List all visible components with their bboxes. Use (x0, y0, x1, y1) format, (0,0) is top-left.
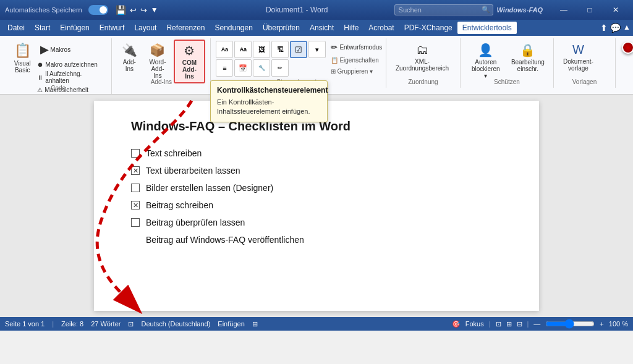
controls-row2: ≡ 📅 🔧 ✏ (216, 59, 326, 77)
autosave-label: Automatisches Speichern (5, 6, 82, 14)
menu-entwurf[interactable]: Entwurf (95, 22, 130, 34)
ribbon-actions: ⬆ 💬 ▲ (600, 23, 631, 33)
text-ctrl-btn[interactable]: Aa (216, 41, 233, 58)
menu-datei[interactable]: Datei (2, 22, 30, 34)
zoom-slider[interactable] (545, 319, 595, 329)
date-ctrl-btn[interactable]: 📅 (234, 59, 252, 77)
addins-button[interactable]: 🔌 Add-Ins (117, 40, 142, 75)
menu-layout[interactable]: Layout (129, 22, 161, 34)
pencil-icon: ✏ (331, 43, 338, 52)
menu-einfuegen[interactable]: Einfügen (55, 22, 94, 34)
menu-acrobat[interactable]: Acrobat (363, 22, 399, 34)
comment-icon[interactable]: 💬 (610, 23, 621, 33)
menu-ueberpruefen[interactable]: Überprüfen (258, 22, 305, 34)
text2-ctrl-btn[interactable]: Aa (234, 41, 252, 58)
document-title: Dokument1 - Word (200, 6, 394, 14)
record-macro-button[interactable]: ⏺ Makro aufzeichnen (36, 61, 106, 69)
menu-referenzen[interactable]: Referenzen (161, 22, 210, 34)
properties-button[interactable]: 📋 Eigenschaften (328, 56, 384, 65)
status-divider2: | (489, 320, 491, 328)
record-icon: ⏺ (37, 61, 43, 68)
controls-buttons: Aa Aa 🖼 🏗 ☑ ▾ ≡ 📅 🔧 ✏ (216, 41, 326, 77)
mapping-group-label: Zuordnung (386, 77, 460, 85)
list-item: Bilder erstellen lassen (Designer) (131, 183, 502, 193)
view-normal-icon[interactable]: ⊡ (496, 320, 501, 328)
checkbox-ctrl-btn[interactable]: ☑ (290, 41, 307, 58)
list-item: ✕ Beitrag schreiben (131, 200, 502, 210)
focus-icon: 🎯 (452, 320, 461, 328)
window-controls: — □ ✕ (551, 0, 628, 20)
img-ctrl-btn[interactable]: 🖼 (253, 41, 270, 58)
menu-start[interactable]: Start (30, 22, 55, 34)
grouping-button[interactable]: ⊞ Gruppieren ▾ (328, 67, 384, 76)
search-input[interactable] (394, 4, 493, 15)
list-item: ✕ Text überarbeiten lassen (131, 166, 502, 176)
checkbox-1[interactable] (131, 149, 140, 158)
authors-icon: 👤 (478, 43, 493, 57)
props-icon: 📋 (331, 57, 338, 64)
list-ctrl-btn[interactable]: ≡ (216, 59, 233, 77)
makros-button[interactable]: ▶ Makros (36, 40, 106, 59)
menu-hilfe[interactable]: Hilfe (339, 22, 363, 34)
list-item: Beitrag überprüfen lassen (131, 218, 502, 227)
autosave-toggle[interactable] (88, 5, 108, 15)
maximize-button[interactable]: □ (577, 0, 602, 20)
collapse-ribbon-icon[interactable]: ▲ (623, 23, 631, 33)
cursor-area (616, 38, 628, 51)
document-template-button[interactable]: W Dokument-vorlage (559, 40, 598, 75)
zoom-level: 100 % (609, 320, 628, 328)
redo-icon[interactable]: ↪ (140, 6, 147, 15)
close-button[interactable]: ✕ (603, 0, 628, 20)
checkbox-2[interactable]: ✕ (131, 166, 140, 175)
row-info: Zeile: 8 (61, 320, 83, 328)
img2-ctrl-btn[interactable]: 🏗 (271, 41, 289, 58)
undo-icon[interactable]: ↩ (130, 6, 137, 15)
customize-icon[interactable]: ▼ (151, 6, 158, 14)
menu-sendungen[interactable]: Sendungen (210, 22, 258, 34)
addins-group-label: Add-Ins (112, 77, 210, 85)
list-item: Text schreiben (131, 148, 502, 158)
view-web-icon[interactable]: ⊟ (517, 320, 522, 328)
menu-entwicklertools[interactable]: Entwicklertools (457, 22, 517, 34)
status-bar: Seite 1 von 1 | Zeile: 8 27 Wörter ⊡ Deu… (0, 317, 633, 331)
tooltip-popup: Kontrollkästchensteuerelement Ein Kontro… (210, 80, 328, 122)
menu-ansicht[interactable]: Ansicht (305, 22, 339, 34)
watermark-label: Windows-FAQ (497, 6, 543, 14)
menu-pdfxchange[interactable]: PDF-XChange (399, 22, 457, 34)
share-icon[interactable]: ⬆ (600, 23, 608, 33)
tooltip-description: Ein Kontrollkästen-Inhaltssteuerelement … (217, 98, 321, 117)
view-print-icon[interactable]: ⊞ (506, 320, 512, 328)
code-group-label: Code (5, 83, 111, 91)
save-icon[interactable]: 💾 (116, 5, 126, 15)
legacy-ctrl-btn[interactable]: 🔧 (253, 59, 270, 77)
focus-label[interactable]: Fokus (465, 320, 484, 328)
xml-mapping-button[interactable]: 🗂 XML-Zuordnungsbereich (391, 40, 453, 75)
word-addins-button[interactable]: 📦 Word-Add-Ins (143, 40, 172, 82)
addins-icon: 🔌 (122, 43, 137, 57)
block-authors-button[interactable]: 👤 Autorenblockieren ▾ (465, 40, 506, 82)
list-item: Beitrag auf Windows-FAQ veröffentlichen (131, 235, 502, 245)
edit-mode[interactable]: Einfügen (218, 320, 244, 328)
com-addins-icon: ⚙ (184, 43, 195, 58)
template-icon: W (572, 43, 584, 57)
combo-ctrl-btn[interactable]: ▾ (308, 41, 326, 58)
ribbon-group-code: 📋 VisualBasic ▶ Makros ⏺ Makro aufzeichn… (5, 38, 112, 94)
pause-icon: ⏸ (37, 74, 43, 81)
ribbon-group-mapping: 🗂 XML-Zuordnungsbereich Zuordnung (386, 38, 461, 88)
zoom-out-icon[interactable]: — (533, 320, 540, 328)
group-icon: ⊞ (331, 68, 336, 75)
minimize-button[interactable]: — (551, 0, 576, 20)
lock-icon: 🔒 (520, 43, 535, 57)
visual-basic-button[interactable]: 📋 VisualBasic (10, 40, 35, 77)
design-mode-btn[interactable]: ✏ Entwurfsmodus (328, 41, 384, 54)
checkbox-4[interactable]: ✕ (131, 201, 140, 210)
restrict-editing-button[interactable]: 🔒 Bearbeitungeinschr. (508, 40, 548, 75)
ribbon-group-templates: W Dokument-vorlage Vorlagen (554, 38, 616, 88)
visual-basic-icon: 📋 (14, 43, 31, 59)
checkbox-5[interactable] (131, 218, 140, 227)
zoom-in-icon[interactable]: + (600, 320, 603, 328)
ribbon-group-addins: 🔌 Add-Ins 📦 Word-Add-Ins ⚙ COMAdd-Ins Ad… (112, 38, 211, 88)
checkbox-3[interactable] (131, 184, 140, 192)
document-page: Windows-FAQ – Checklisten im Word Text s… (94, 101, 539, 311)
mode-ctrl-btn[interactable]: ✏ (271, 59, 289, 77)
